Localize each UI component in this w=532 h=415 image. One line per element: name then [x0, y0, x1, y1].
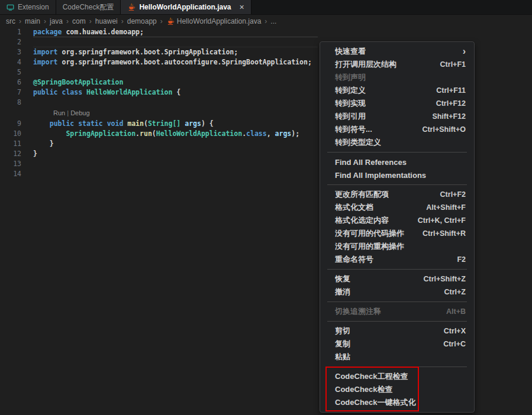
code-text: SpringApplication.run(HelloWorldApplicat…	[33, 129, 299, 139]
menu-item-peek[interactable]: 快速查看›	[320, 45, 474, 58]
menu-item-shortcut: Ctrl+Z	[444, 288, 466, 296]
menu-item-go-to-declaration: 转到声明	[320, 71, 474, 84]
code-text: }	[33, 149, 37, 159]
menu-item-label: 剪切	[335, 326, 350, 336]
menu-item-no-code-actions[interactable]: 没有可用的代码操作Ctrl+Shift+R	[320, 227, 474, 240]
code-token: import	[33, 58, 58, 66]
code-token	[33, 119, 50, 128]
menu-item-change-all-occurrences[interactable]: 更改所有匹配项Ctrl+F2	[320, 188, 474, 201]
code-token: class	[246, 129, 267, 138]
menu-item-label: 转到符号...	[335, 124, 372, 135]
code-text: }	[33, 139, 54, 149]
java-icon	[166, 17, 175, 25]
monitor-icon	[7, 4, 14, 11]
menu-item-go-to-implementations[interactable]: 转到实现Ctrl+F12	[320, 97, 474, 110]
menu-item-codecheck-check[interactable]: CodeCheck检查	[320, 383, 474, 396]
breadcrumb-item[interactable]: src	[6, 17, 15, 25]
menu-item-codecheck-project-check[interactable]: CodeCheck工程检查	[320, 370, 474, 383]
menu-item-codecheck-one-click-format[interactable]: CodeCheck一键格式化	[320, 396, 474, 409]
menu-item-redo[interactable]: 恢复Ctrl+Shift+Z	[320, 273, 474, 286]
breadcrumb-item[interactable]: java	[50, 17, 63, 25]
editor-context-menu: 快速查看›打开调用层次结构Ctrl+F1转到声明转到定义Ctrl+F11转到实现…	[320, 41, 475, 413]
code-text: import org.springframework.boot.autoconf…	[33, 57, 312, 67]
breadcrumb-label: HelloWorldApplication.java	[177, 17, 262, 25]
vscode-window: ExtensionCodeCheck配置HelloWorldApplicatio…	[0, 0, 532, 415]
menu-divider	[327, 367, 467, 367]
menu-item-copy[interactable]: 复制Ctrl+C	[320, 338, 474, 351]
code-token: }	[33, 140, 54, 148]
menu-item-label: Find All Implementations	[335, 171, 426, 180]
menu-item-label: 打开调用层次结构	[335, 59, 396, 70]
code-token: args	[275, 129, 292, 138]
menu-item-undo[interactable]: 撤消Ctrl+Z	[320, 286, 474, 299]
code-text: import org.springframework.boot.SpringAp…	[33, 47, 238, 57]
menu-item-shortcut: Alt+Shift+F	[426, 203, 466, 212]
code-token: public static void	[50, 119, 128, 128]
menu-item-label: 格式化文档	[335, 202, 373, 213]
menu-item-find-all-implementations[interactable]: Find All Implementations	[320, 168, 474, 181]
tab-label: Extension	[18, 3, 49, 11]
menu-item-go-to-references[interactable]: 转到引用Shift+F12	[320, 110, 474, 123]
breadcrumb-item[interactable]: ...	[270, 17, 276, 25]
tab-helloworldapplication-java[interactable]: HelloWorldApplication.java×	[121, 0, 251, 14]
breadcrumb-label: demoapp	[127, 17, 157, 25]
line-number: 6	[0, 77, 21, 87]
menu-item-paste[interactable]: 粘贴	[320, 351, 474, 364]
menu-item-shortcut: Alt+B	[446, 307, 466, 316]
tab-codecheck-config[interactable]: CodeCheck配置	[56, 0, 121, 14]
tab-extension[interactable]: Extension	[0, 0, 56, 14]
breadcrumb-item[interactable]: com	[72, 17, 86, 25]
menu-item-format-selection[interactable]: 格式化选定内容Ctrl+K, Ctrl+F	[320, 214, 474, 227]
submenu-chevron-icon: ›	[463, 47, 466, 56]
breadcrumb-separator-icon: ›	[65, 17, 70, 25]
code-token: org.springframework.boot.autoconfigure.S…	[58, 58, 312, 66]
tab-label: CodeCheck配置	[63, 2, 114, 12]
menu-item-toggle-blame-annotations: 切换追溯注释Alt+B	[320, 305, 474, 318]
menu-item-go-to-type-definition[interactable]: 转到类型定义	[320, 136, 474, 149]
breadcrumb-separator-icon: ›	[263, 17, 269, 25]
line-number: 9	[0, 119, 21, 129]
menu-item-go-to-symbol[interactable]: 转到符号...Ctrl+Shift+O	[320, 123, 474, 136]
menu-item-find-all-references[interactable]: Find All References	[320, 155, 474, 168]
menu-item-shortcut: Ctrl+X	[444, 327, 466, 335]
menu-item-format-document[interactable]: 格式化文档Alt+Shift+F	[320, 201, 474, 214]
menu-item-open-call-hierarchy[interactable]: 打开调用层次结构Ctrl+F1	[320, 58, 474, 71]
menu-item-rename-symbol[interactable]: 重命名符号F2	[320, 253, 474, 266]
menu-divider	[327, 321, 467, 322]
menu-item-go-to-definition[interactable]: 转到定义Ctrl+F11	[320, 84, 474, 97]
code-text: package com.huawei.demoapp;	[33, 27, 144, 37]
menu-item-cut[interactable]: 剪切Ctrl+X	[320, 325, 474, 338]
code-token: args	[185, 119, 201, 128]
menu-item-label: 格式化选定内容	[335, 215, 389, 226]
breadcrumb-separator-icon: ›	[42, 17, 48, 25]
menu-divider	[327, 269, 467, 270]
menu-item-label: 重命名符号	[335, 254, 373, 265]
code-token: (	[144, 119, 148, 128]
codelens-link-run[interactable]: Run	[53, 108, 65, 118]
breadcrumb-item[interactable]: main	[25, 17, 40, 25]
menu-item-shortcut: Ctrl+Shift+R	[423, 229, 466, 238]
breadcrumb-separator-icon: ›	[17, 17, 23, 25]
code-token: HelloWorldApplication	[86, 88, 172, 96]
menu-divider	[327, 184, 467, 185]
line-number: 3	[0, 47, 21, 57]
editor-tab-bar: ExtensionCodeCheck配置HelloWorldApplicatio…	[0, 0, 532, 15]
breadcrumb-item[interactable]: demoapp	[127, 17, 157, 25]
close-icon[interactable]: ×	[240, 3, 244, 11]
menu-item-label: 粘贴	[335, 352, 350, 362]
breadcrumb-item[interactable]: huawei	[95, 17, 118, 25]
menu-item-label: 撤消	[335, 287, 350, 297]
menu-item-shortcut: Ctrl+K, Ctrl+F	[418, 216, 466, 225]
code-token: com.huawei.demoapp;	[62, 28, 143, 36]
menu-item-label: 没有可用的代码操作	[335, 228, 404, 239]
menu-item-label: 转到定义	[335, 85, 366, 96]
code-line: 1package com.huawei.demoapp;	[0, 27, 532, 37]
codelens-link-debug[interactable]: Debug	[70, 108, 89, 118]
menu-item-no-refactorings[interactable]: 没有可用的重构操作	[320, 240, 474, 253]
breadcrumb-item[interactable]: HelloWorldApplication.java	[166, 17, 262, 25]
menu-item-label: 恢复	[335, 274, 350, 284]
menu-item-shortcut: Ctrl+C	[443, 340, 466, 348]
menu-item-label: Find All References	[335, 158, 407, 167]
code-token: public class	[33, 88, 86, 96]
line-number: 10	[0, 129, 21, 139]
